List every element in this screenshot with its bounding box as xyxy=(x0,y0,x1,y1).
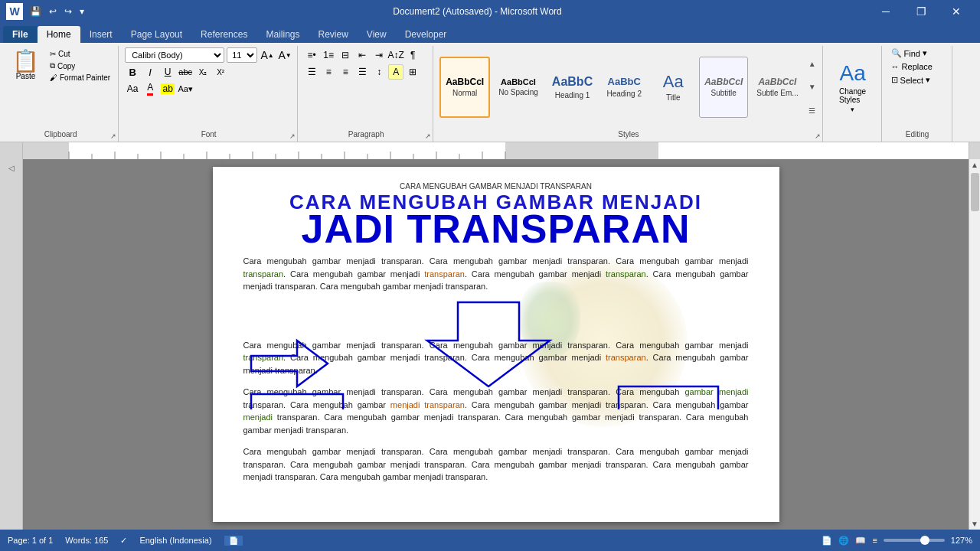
zoom-thumb[interactable] xyxy=(920,536,929,545)
underline-btn[interactable]: U xyxy=(160,64,175,80)
view-mode-read[interactable]: 📖 xyxy=(855,536,866,546)
style-normal-name: Normal xyxy=(452,89,477,97)
tab-view[interactable]: View xyxy=(358,26,396,43)
tab-mailings[interactable]: Mailings xyxy=(256,26,309,43)
page-view-btn[interactable]: 📄 xyxy=(224,536,243,546)
language[interactable]: English (Indonesia) xyxy=(139,536,211,545)
copy-button[interactable]: ⧉ Copy xyxy=(47,60,113,71)
replace-button[interactable]: ↔ Replace xyxy=(888,61,936,72)
select-button[interactable]: ⊡ Select ▾ xyxy=(888,74,934,86)
font-color-btn[interactable]: A xyxy=(142,81,158,96)
bold-btn[interactable]: B xyxy=(125,64,140,80)
bullets-btn[interactable]: ≡• xyxy=(304,47,319,63)
spell-check[interactable]: ✓ xyxy=(120,536,127,546)
status-left: Page: 1 of 1 Words: 165 ✓ English (Indon… xyxy=(8,536,243,546)
doc-page[interactable]: CARA MENGUBAH GAMBAR MENJADI TRANSPARAN … xyxy=(213,167,779,522)
cut-button[interactable]: ✂ Cut xyxy=(47,49,113,59)
change-styles-icon: Aa xyxy=(839,61,865,86)
style-up-arrow[interactable]: ▲ xyxy=(807,58,818,70)
tab-insert[interactable]: Insert xyxy=(80,26,122,43)
clipboard-group-content: 📋 Paste ✂ Cut ⧉ Copy 🖌 Format Painter xyxy=(8,47,113,139)
tab-review[interactable]: Review xyxy=(309,26,357,43)
view-mode-print[interactable]: 📄 xyxy=(822,536,832,546)
find-icon: 🔍 xyxy=(891,48,902,58)
italic-btn[interactable]: I xyxy=(142,64,158,80)
shading-btn[interactable]: A xyxy=(388,64,403,80)
tab-page-layout[interactable]: Page Layout xyxy=(122,26,191,43)
align-center-btn[interactable]: ≡ xyxy=(321,64,336,80)
word-icon: W xyxy=(6,3,23,20)
font-row-3: Aa A ab Aa▾ xyxy=(125,81,193,96)
change-case-btn[interactable]: Aa▾ xyxy=(178,81,193,96)
style-subtitle-item[interactable]: AaBbCcI Subtitle xyxy=(699,57,748,118)
document-area: ◁ CARA MENGUBAH GAMBAR MENJADI TRANSPARA… xyxy=(0,159,980,530)
font-shrink-btn[interactable]: A▼ xyxy=(277,47,292,63)
ruler-main[interactable] xyxy=(23,142,969,159)
decrease-indent-btn[interactable]: ⇤ xyxy=(354,47,370,63)
format-painter-button[interactable]: 🖌 Format Painter xyxy=(47,73,113,83)
zoom-slider[interactable] xyxy=(884,539,945,542)
restore-btn[interactable]: ❐ xyxy=(903,0,939,23)
view-mode-outline[interactable]: ≡ xyxy=(872,536,877,545)
change-styles-button[interactable]: Aa ChangeStyles ▾ xyxy=(836,58,869,116)
style-normal-item[interactable]: AaBbCcI Normal xyxy=(439,57,490,118)
para-group-content: ≡• 1≡ ⊟ ⇤ ⇥ A↕Z ¶ ☰ ≡ ≡ ☰ ↕ A ⊞ xyxy=(304,47,428,139)
clear-format-btn[interactable]: Aa xyxy=(125,81,140,96)
app-title: Document2 (Autosaved) - Microsoft Word xyxy=(87,6,868,17)
font-size-select[interactable]: 11 xyxy=(227,47,257,63)
multilevel-btn[interactable]: ⊟ xyxy=(338,47,353,63)
select-icon: ⊡ xyxy=(891,75,898,85)
scrollbar-right[interactable]: ▲ ▼ xyxy=(969,159,980,530)
close-btn[interactable]: ✕ xyxy=(939,0,974,23)
font-grow-btn[interactable]: A▲ xyxy=(260,47,275,63)
justify-btn[interactable]: ☰ xyxy=(354,64,370,80)
svg-rect-1 xyxy=(23,142,69,159)
borders-btn[interactable]: ⊞ xyxy=(405,64,420,80)
styles-label: Styles xyxy=(435,130,822,139)
align-left-btn[interactable]: ☰ xyxy=(304,64,319,80)
change-styles-content: Aa ChangeStyles ▾ xyxy=(829,47,877,139)
font-expand[interactable]: ↗ xyxy=(289,132,296,140)
qat-save[interactable]: 💾 xyxy=(28,5,44,18)
subscript-btn[interactable]: X₂ xyxy=(195,64,211,80)
line-spacing-btn[interactable]: ↕ xyxy=(371,64,387,80)
qat-more[interactable]: ▾ xyxy=(77,5,87,18)
select-arrow: ▾ xyxy=(926,75,930,85)
qat-redo[interactable]: ↪ xyxy=(62,5,74,18)
superscript-btn[interactable]: X² xyxy=(213,64,228,80)
align-right-btn[interactable]: ≡ xyxy=(338,64,353,80)
font-name-select[interactable]: Calibri (Body) xyxy=(125,47,224,63)
paste-button[interactable]: 📋 Paste xyxy=(8,47,44,83)
tab-developer[interactable]: Developer xyxy=(396,26,456,43)
editing-content: 🔍 Find ▾ ↔ Replace ⊡ Select ▾ xyxy=(888,47,947,139)
minimize-btn[interactable]: ─ xyxy=(868,0,903,23)
view-mode-web[interactable]: 🌐 xyxy=(838,536,849,546)
doc-main[interactable]: CARA MENGUBAH GAMBAR MENJADI TRANSPARAN … xyxy=(23,159,969,530)
tab-home[interactable]: Home xyxy=(38,26,80,43)
sort-btn[interactable]: A↕Z xyxy=(388,47,403,63)
paste-icon: 📋 xyxy=(12,51,39,72)
sidebar-left-indicator: ◁ xyxy=(8,164,15,172)
tab-references[interactable]: References xyxy=(191,26,256,43)
pilcrow-btn[interactable]: ¶ xyxy=(405,47,420,63)
style-nospacing-item[interactable]: AaBbCcI No Spacing xyxy=(493,57,544,118)
style-h1-item[interactable]: AaBbC Heading 1 xyxy=(547,57,598,118)
style-title-item[interactable]: Aa Title xyxy=(650,57,696,118)
para-row-2: ☰ ≡ ≡ ☰ ↕ A ⊞ xyxy=(304,64,420,80)
clipboard-expand[interactable]: ↗ xyxy=(110,132,116,140)
tab-file[interactable]: File xyxy=(3,26,38,43)
find-button[interactable]: 🔍 Find ▾ xyxy=(888,47,930,59)
title-bar-controls: ─ ❐ ✕ xyxy=(868,0,974,23)
qat-undo[interactable]: ↩ xyxy=(47,5,59,18)
strikethrough-btn[interactable]: abc xyxy=(178,64,193,80)
numbering-btn[interactable]: 1≡ xyxy=(321,47,336,63)
highlight-btn[interactable]: ab xyxy=(160,81,175,96)
paragraph-expand[interactable]: ↗ xyxy=(425,132,431,140)
increase-indent-btn[interactable]: ⇥ xyxy=(371,47,387,63)
styles-expand[interactable]: ↗ xyxy=(815,132,821,140)
style-subtleem-item[interactable]: AaBbCcI Subtle Em... xyxy=(751,57,803,118)
style-h2-item[interactable]: AaBbC Heading 2 xyxy=(601,57,647,118)
style-down-arrow[interactable]: ▼ xyxy=(807,81,818,93)
style-more-arrow[interactable]: ☰ xyxy=(807,105,818,116)
status-right: 📄 🌐 📖 ≡ 127% xyxy=(822,536,972,546)
